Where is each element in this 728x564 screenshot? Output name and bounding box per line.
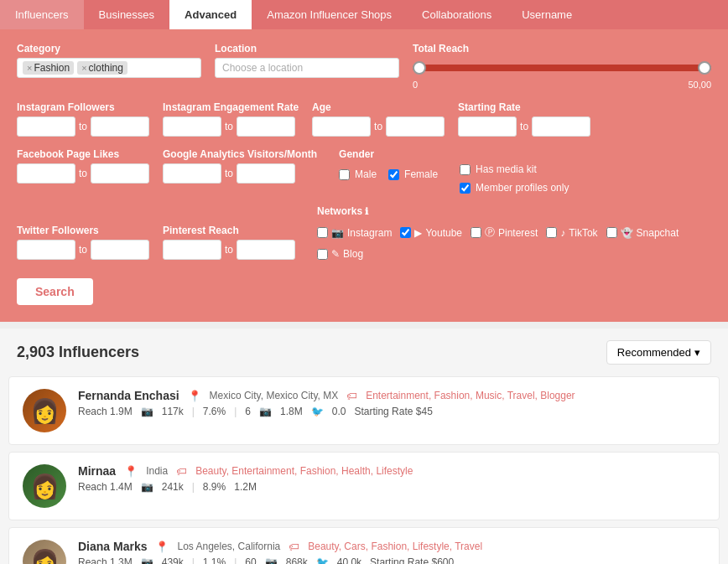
network-pinterest-label: Pinterest [498,227,538,239]
network-tiktok-checkbox[interactable] [546,227,557,238]
network-blog-checkbox[interactable] [317,249,328,260]
ig-followers-from[interactable]: 1,000 [17,116,75,137]
tab-collaborations[interactable]: Collaborations [407,0,507,29]
influencer-name[interactable]: Fernanda Enchasi [78,389,179,402]
tab-influencers[interactable]: Influencers [0,0,84,29]
network-snapchat-checkbox[interactable] [606,227,617,238]
fb-stat: 1.2M [234,481,257,493]
fb-likes-from[interactable]: 100 [17,163,75,184]
ig-icon: 📷 [141,556,153,564]
twitter-to-label: to [79,244,87,256]
ig-engagement-from[interactable]: 1.0% [163,116,221,137]
influencer-categories[interactable]: Beauty, Entertainment, Fashion, Health, … [195,465,413,477]
network-tiktok-label: TikTok [569,227,597,239]
card-stats: Reach 1.9M 📷 117k | 7.6% | 6 📷 1.8M 🐦 0.… [78,406,705,417]
results-count: 2,903 Influencers [17,344,139,361]
tab-advanced[interactable]: Advanced [169,0,252,29]
has-media-kit-label: Has media kit [476,163,537,175]
pinterest-reach-from[interactable]: 100 [163,240,221,260]
network-snapchat: 👻 Snapchat [606,227,679,239]
results-header: 2,903 Influencers Recommended ▾ [0,329,728,376]
reach-stat: Reach 1.9M [78,406,133,417]
network-instagram-label: Instagram [347,227,392,239]
tag-fashion[interactable]: × Fashion [23,61,74,75]
ga-visitors-from[interactable]: 100 [163,163,221,184]
avatar-image: 👩 [30,548,60,565]
ga-visitors-label: Google Analytics Visitors/Month [163,148,317,160]
tag-clothing[interactable]: × clothing [77,61,127,75]
network-snapchat-label: Snapchat [637,227,679,239]
instagram-icon: 📷 [331,227,344,239]
influencer-card: 👩 Fernanda Enchasi 📍 Mexico City, Mexico… [8,376,720,445]
gender-female-checkbox[interactable] [388,169,399,180]
twitter-stat: 0.0 [332,406,346,417]
age-to[interactable]: 60 [386,116,445,137]
gender-female-row: Female [388,168,438,180]
ig-engagement-to-label: to [225,121,233,132]
reach-slider-track[interactable] [413,65,711,71]
age-label: Age [312,101,445,113]
starting-rate-to[interactable]: $500 [532,116,590,137]
starting-rate-label: Starting Rate [458,101,590,113]
category-group: Category × Fashion × clothing [17,43,201,78]
reach-min: 0 [413,80,418,90]
fb-likes-group: Facebook Page Likes 100 to 1,000 [17,148,149,184]
ga-visitors-to-label: to [225,168,233,179]
location-icon: 📍 [155,541,169,553]
has-media-kit-checkbox[interactable] [460,164,471,175]
search-button[interactable]: Search [17,278,93,305]
sort-button-label: Recommended [617,346,691,359]
influencer-categories[interactable]: Entertainment, Fashion, Music, Travel, B… [366,390,575,401]
fb-likes-to[interactable]: 1,000 [91,163,149,184]
reach-slider-thumb-right[interactable] [698,61,711,75]
gender-group: Gender Male Female [339,148,438,180]
reach-stat: Reach 1.4M [78,481,133,493]
ig-engagement-group: Instagram Engagement Rate 1.0% to 4.5% [163,101,299,137]
snapchat-icon: 👻 [621,227,633,239]
ig-icon: 📷 [141,406,153,417]
network-tiktok: ♪ TikTok [546,227,597,239]
starting-rate-stat: Starting Rate $600 [370,556,454,564]
ig-posts-stat: 60 [245,556,256,564]
starting-rate-from[interactable]: $50 [458,116,517,137]
twitter-stat: 40.0k [337,556,361,564]
tab-businesses[interactable]: Businesses [84,0,169,29]
influencer-card: 👩 Diana Marks 📍 Los Angeles, California … [8,527,720,564]
category-tag-input[interactable]: × Fashion × clothing [17,58,201,78]
member-profiles-checkbox[interactable] [460,183,471,194]
networks-group: Networks ℹ 📷 Instagram ▶ Youtube Ⓟ Pint [317,205,711,260]
pinterest-icon: Ⓟ [485,225,495,240]
ig-engagement-to[interactable]: 4.5% [237,116,295,137]
gender-female-label: Female [404,168,438,180]
influencer-name[interactable]: Mirnaa [78,464,116,478]
sort-button[interactable]: Recommended ▾ [606,340,711,365]
location-input[interactable] [215,58,399,78]
ga-visitors-to[interactable]: 100 [237,163,295,184]
member-profiles-row: Member profiles only [460,182,569,194]
twitter-followers-to[interactable]: 1,000 [91,240,149,260]
ig-followers-stat: 117k [162,406,184,417]
card-stats: Reach 1.3M 📷 439k | 1.1% | 60 📷 868k 🐦 4… [78,556,705,564]
influencer-categories[interactable]: Beauty, Cars, Fashion, Lifestyle, Travel [308,541,482,552]
gender-male-label: Male [355,168,377,180]
twitter-icon: 🐦 [316,556,329,564]
ig-followers-to[interactable]: 1,000 [91,116,149,137]
tab-username[interactable]: Username [507,0,587,29]
influencer-name[interactable]: Diana Marks [78,540,147,553]
categories-icon: 🏷 [346,390,357,402]
tab-amazon[interactable]: Amazon Influencer Shops [252,0,407,29]
network-pinterest-checkbox[interactable] [471,227,481,238]
age-from[interactable]: 25 [312,116,371,137]
network-youtube-checkbox[interactable] [400,227,411,238]
ig-icon: 📷 [141,481,153,493]
network-instagram-checkbox[interactable] [317,227,328,238]
twitter-followers-from[interactable]: 100 [17,240,75,260]
tiktok-icon: ♪ [560,227,565,239]
ga-visitors-group: Google Analytics Visitors/Month 100 to 1… [163,148,317,184]
network-youtube: ▶ Youtube [400,227,462,239]
youtube-icon: ▶ [414,227,422,239]
card-info: Diana Marks 📍 Los Angeles, California 🏷 … [78,540,705,564]
pinterest-reach-to[interactable]: 1,000 [237,240,295,260]
reach-slider-thumb-left[interactable] [413,61,426,75]
gender-male-checkbox[interactable] [339,169,350,180]
